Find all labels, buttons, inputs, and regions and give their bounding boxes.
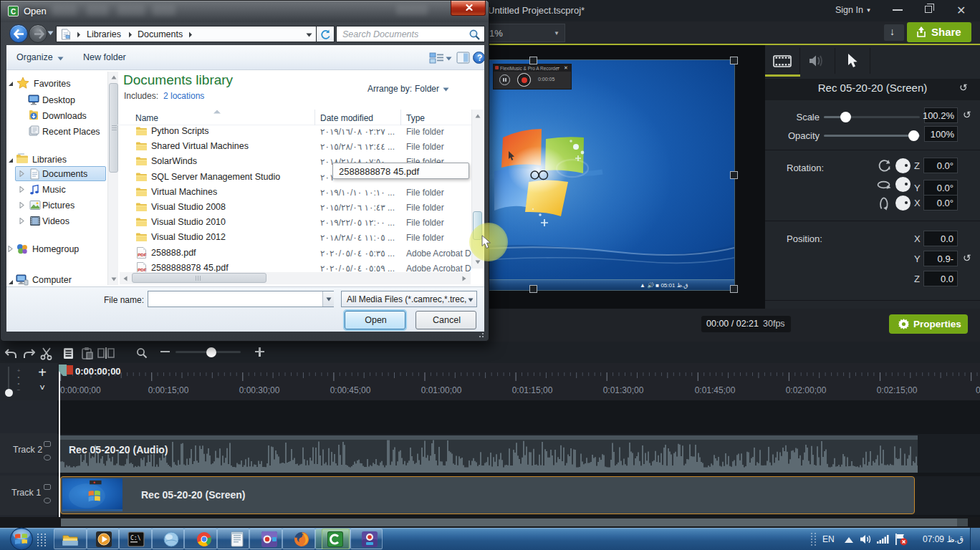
svg-text:C:\: C:\ xyxy=(130,535,141,541)
svg-text:PDF: PDF xyxy=(138,252,147,257)
svg-text:PDF: PDF xyxy=(138,267,147,272)
